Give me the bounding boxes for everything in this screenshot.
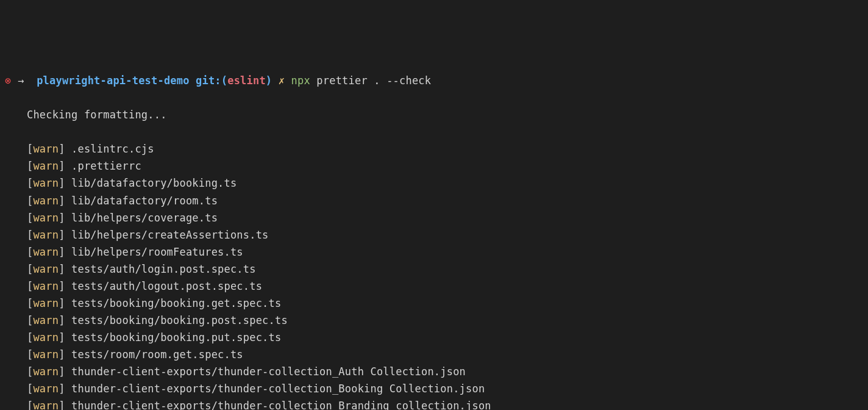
git-branch: eslint	[227, 74, 266, 87]
warn-file: tests/auth/logout.post.spec.ts	[71, 280, 262, 292]
status-error-icon: ⊗	[5, 74, 11, 87]
warn-file: lib/helpers/createAssertions.ts	[71, 229, 268, 241]
repo-name: playwright-api-test-demo	[37, 74, 189, 87]
bracket-close: ]	[59, 177, 71, 189]
bracket-open: [	[27, 383, 33, 395]
warn-file: lib/helpers/coverage.ts	[71, 212, 218, 224]
bracket-close: ]	[59, 365, 71, 378]
bracket-close: ]	[59, 400, 71, 410]
warn-tag: warn	[33, 280, 59, 292]
warn-tag: warn	[33, 195, 59, 207]
warn-file: .prettierrc	[71, 160, 141, 172]
warn-line: [warn] tests/auth/login.post.spec.ts	[5, 261, 863, 278]
warn-tag: warn	[33, 263, 59, 275]
bracket-open: [	[27, 246, 33, 258]
warn-line: [warn] tests/room/room.get.spec.ts	[5, 346, 863, 363]
bracket-close: ]	[59, 229, 71, 241]
warn-file: lib/datafactory/booking.ts	[71, 177, 237, 189]
warn-line: [warn] tests/booking/booking.put.spec.ts	[5, 329, 863, 346]
warn-file: tests/room/room.get.spec.ts	[71, 348, 243, 361]
warn-tag: warn	[33, 400, 59, 410]
bracket-close: ]	[59, 195, 71, 207]
warn-file: tests/booking/booking.get.spec.ts	[71, 297, 281, 309]
bracket-close: ]	[59, 314, 71, 326]
dirty-symbol-icon: ✗	[279, 74, 285, 87]
warn-line: [warn] thunder-client-exports/thunder-co…	[5, 380, 863, 397]
bracket-open: [	[27, 280, 33, 292]
warn-line: [warn] tests/auth/logout.post.spec.ts	[5, 278, 863, 295]
warn-tag: warn	[33, 246, 59, 258]
warn-tag: warn	[33, 143, 59, 155]
warn-tag: warn	[33, 229, 59, 241]
warn-line: [warn] lib/helpers/roomFeatures.ts	[5, 243, 863, 261]
warn-file: .eslintrc.cjs	[71, 143, 154, 155]
prompt-arrow-icon: →	[18, 74, 24, 87]
bracket-open: [	[27, 400, 33, 410]
warn-file: tests/booking/booking.put.spec.ts	[71, 331, 281, 343]
bracket-open: [	[27, 195, 33, 207]
command-args: prettier . --check	[316, 74, 431, 87]
warn-line: [warn] thunder-client-exports/thunder-co…	[5, 363, 863, 380]
warn-line: [warn] lib/helpers/createAssertions.ts	[5, 226, 863, 243]
warn-line: [warn] lib/datafactory/room.ts	[5, 192, 863, 209]
warn-tag: warn	[33, 212, 59, 224]
warn-line: [warn] .prettierrc	[5, 157, 863, 174]
warn-tag: warn	[33, 160, 59, 172]
warn-line: [warn] lib/helpers/coverage.ts	[5, 209, 863, 226]
git-paren-open: (	[221, 74, 227, 87]
warnings-list: [warn] .eslintrc.cjs[warn] .prettierrc[w…	[5, 140, 863, 410]
warn-line: [warn] thunder-client-exports/thunder-co…	[5, 397, 863, 410]
git-label: git:	[196, 74, 221, 87]
warn-line: [warn] tests/booking/booking.get.spec.ts	[5, 295, 863, 312]
bracket-open: [	[27, 331, 33, 343]
warn-file: lib/helpers/roomFeatures.ts	[71, 246, 243, 258]
warn-file: thunder-client-exports/thunder-collectio…	[71, 383, 485, 395]
bracket-close: ]	[59, 143, 71, 155]
warn-file: tests/booking/booking.post.spec.ts	[71, 314, 288, 326]
bracket-close: ]	[59, 160, 71, 172]
bracket-close: ]	[59, 383, 71, 395]
warn-tag: warn	[33, 348, 59, 361]
warn-line: [warn] lib/datafactory/booking.ts	[5, 174, 863, 192]
bracket-open: [	[27, 365, 33, 378]
warn-tag: warn	[33, 297, 59, 309]
bracket-close: ]	[59, 246, 71, 258]
warn-line: [warn] tests/booking/booking.post.spec.t…	[5, 312, 863, 329]
bracket-open: [	[27, 297, 33, 309]
prompt-line[interactable]: ⊗ → playwright-api-test-demo git:(eslint…	[5, 72, 863, 89]
warn-tag: warn	[33, 365, 59, 378]
bracket-open: [	[27, 143, 33, 155]
bracket-open: [	[27, 212, 33, 224]
warn-tag: warn	[33, 177, 59, 189]
bracket-open: [	[27, 229, 33, 241]
bracket-open: [	[27, 177, 33, 189]
bracket-close: ]	[59, 263, 71, 275]
warn-tag: warn	[33, 314, 59, 326]
warn-file: lib/datafactory/room.ts	[71, 195, 218, 207]
bracket-open: [	[27, 160, 33, 172]
warn-tag: warn	[33, 331, 59, 343]
bracket-close: ]	[59, 280, 71, 292]
checking-text: Checking formatting...	[5, 109, 167, 121]
bracket-open: [	[27, 263, 33, 275]
command-npx: npx	[291, 74, 310, 87]
bracket-close: ]	[59, 331, 71, 343]
warn-file: thunder-client-exports/thunder-collectio…	[71, 365, 466, 378]
warn-tag: warn	[33, 383, 59, 395]
bracket-open: [	[27, 348, 33, 361]
git-paren-close: )	[266, 74, 272, 87]
bracket-close: ]	[59, 212, 71, 224]
bracket-close: ]	[59, 297, 71, 309]
bracket-close: ]	[59, 348, 71, 361]
checking-line: Checking formatting...	[5, 106, 863, 123]
warn-file: tests/auth/login.post.spec.ts	[71, 263, 256, 275]
bracket-open: [	[27, 314, 33, 326]
warn-line: [warn] .eslintrc.cjs	[5, 140, 863, 157]
warn-file: thunder-client-exports/thunder-collectio…	[71, 400, 491, 410]
